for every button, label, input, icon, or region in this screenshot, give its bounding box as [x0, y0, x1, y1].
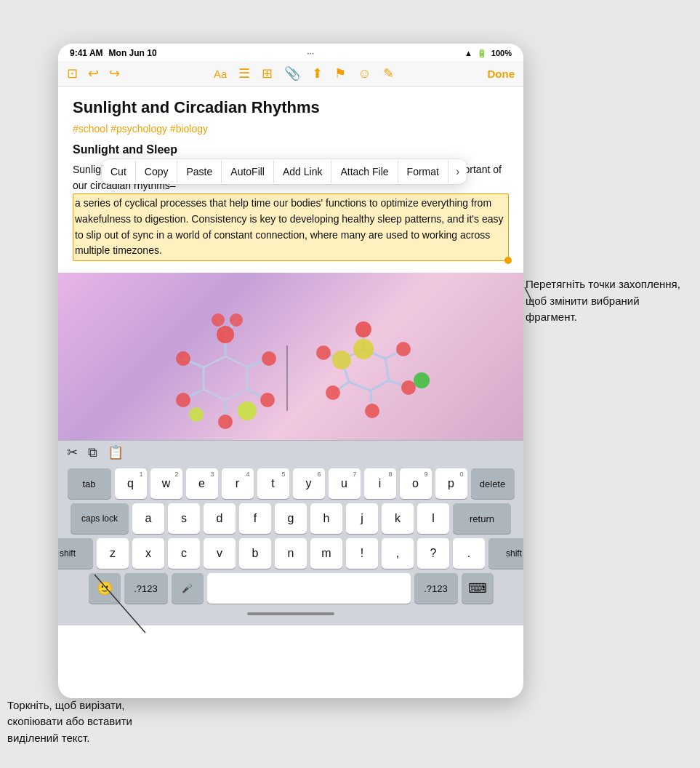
key-h[interactable]: h — [310, 503, 342, 534]
key-q[interactable]: 1q — [115, 468, 147, 499]
selected-text: a series of cyclical processes that help… — [73, 193, 509, 261]
home-indicator — [247, 612, 334, 615]
key-e[interactable]: 3e — [186, 468, 218, 499]
done-button[interactable]: Done — [488, 68, 515, 80]
return-key[interactable]: return — [453, 503, 511, 534]
emoji-key[interactable]: 🙂 — [89, 573, 121, 604]
paste-tool-icon[interactable]: 📋 — [108, 444, 124, 460]
space-key[interactable] — [207, 573, 411, 604]
toolbar: ⊡ ↩ ↪ Aa ☰ ⊞ 📎 ⬆ ⚑ ☺ ✎ Done — [58, 61, 523, 87]
checklist-icon[interactable]: ☰ — [238, 65, 250, 81]
highlight-icon[interactable]: ⚑ — [334, 65, 346, 81]
key-l[interactable]: l — [417, 503, 449, 534]
svg-point-35 — [326, 385, 340, 400]
key-g[interactable]: g — [275, 503, 307, 534]
text-format-icon[interactable]: Aa — [214, 68, 227, 80]
delete-key[interactable]: delete — [471, 468, 515, 499]
svg-point-25 — [176, 393, 190, 407]
key-exclaim[interactable]: ! — [346, 538, 378, 569]
key-o[interactable]: 9o — [400, 468, 432, 499]
more-menu-item[interactable]: › — [448, 159, 467, 184]
key-z[interactable]: z — [97, 538, 129, 569]
key-d[interactable]: d — [204, 503, 236, 534]
keyboard-dismiss-key[interactable]: ⌨ — [462, 573, 494, 604]
svg-point-38 — [353, 339, 374, 359]
svg-point-26 — [176, 351, 190, 366]
status-dots: ··· — [307, 48, 314, 58]
shift-key-left[interactable]: shift — [58, 538, 93, 569]
svg-point-39 — [332, 351, 351, 369]
svg-point-31 — [355, 321, 371, 337]
key-f[interactable]: f — [239, 503, 271, 534]
key-period[interactable]: . — [453, 538, 485, 569]
key-r[interactable]: 4r — [222, 468, 254, 499]
right-annotation-text: Перетягніть точки захоплення, щоб змінит… — [526, 276, 685, 326]
attachment-icon[interactable]: 📎 — [284, 65, 300, 81]
autofill-menu-item[interactable]: AutoFill — [222, 160, 274, 183]
num-key-right[interactable]: .?123 — [414, 573, 458, 604]
copy-tool-icon[interactable]: ⧉ — [88, 445, 97, 460]
svg-point-30 — [189, 407, 204, 422]
time: 9:41 AM — [70, 48, 103, 58]
key-u[interactable]: 7u — [329, 468, 361, 499]
format-menu-item[interactable]: Format — [398, 160, 448, 183]
undo-icon[interactable]: ↩ — [88, 65, 99, 81]
svg-marker-0 — [204, 356, 247, 400]
ipad-frame: 9:41 AM Mon Jun 10 ··· ▲ 🔋 100% ⊡ ↩ ↪ — [58, 44, 523, 698]
key-m[interactable]: m — [310, 538, 342, 569]
selection-handle-end[interactable] — [504, 257, 512, 264]
toolbar-left: ⊡ ↩ ↪ — [67, 65, 120, 81]
toolbar-center: Aa ☰ ⊞ 📎 ⬆ ⚑ ☺ ✎ — [214, 65, 394, 81]
battery-percent: 100% — [491, 49, 512, 57]
keyboard-row-4: 🙂 .?123 🎤 .?123 ⌨ — [61, 573, 520, 604]
svg-line-12 — [371, 380, 389, 391]
key-b[interactable]: b — [239, 538, 271, 569]
key-a[interactable]: a — [132, 503, 164, 534]
svg-point-36 — [316, 345, 331, 360]
status-right: ▲ 🔋 100% — [464, 49, 512, 58]
key-x[interactable]: x — [132, 538, 164, 569]
num-key-left[interactable]: .?123 — [124, 573, 168, 604]
cut-tool-icon[interactable]: ✂ — [67, 444, 78, 460]
sidebar-icon[interactable]: ⊡ — [67, 65, 78, 81]
key-s[interactable]: s — [168, 503, 200, 534]
add-link-menu-item[interactable]: Add Link — [274, 160, 331, 183]
key-t[interactable]: 5t — [257, 468, 289, 499]
svg-line-11 — [385, 359, 389, 380]
key-y[interactable]: 6y — [293, 468, 325, 499]
svg-point-23 — [260, 393, 275, 407]
svg-point-32 — [396, 342, 411, 356]
caps-lock-key[interactable]: caps lock — [71, 503, 129, 534]
note-image — [58, 273, 523, 440]
paste-menu-item[interactable]: Paste — [177, 160, 222, 183]
key-i[interactable]: 8i — [364, 468, 396, 499]
ipad-container: 9:41 AM Mon Jun 10 ··· ▲ 🔋 100% ⊡ ↩ ↪ — [58, 22, 523, 698]
redo-icon[interactable]: ↪ — [109, 65, 120, 81]
mic-key[interactable]: 🎤 — [172, 573, 204, 604]
svg-point-37 — [414, 372, 430, 388]
key-n[interactable]: n — [275, 538, 307, 569]
key-j[interactable]: j — [346, 503, 378, 534]
emoji-icon[interactable]: ☺ — [358, 66, 371, 81]
compose-icon[interactable]: ✎ — [383, 65, 394, 81]
keyboard-row-3: shift z x c v b n m ! , ? . shift — [61, 538, 520, 569]
keyboard-row-2: caps lock a s d f g h j k l return — [61, 503, 520, 534]
key-v[interactable]: v — [204, 538, 236, 569]
copy-menu-item[interactable]: Copy — [136, 160, 178, 183]
svg-point-28 — [230, 313, 243, 327]
key-k[interactable]: k — [382, 503, 414, 534]
key-question[interactable]: ? — [417, 538, 449, 569]
shift-key-right[interactable]: shift — [488, 538, 523, 569]
key-w[interactable]: 2w — [150, 468, 182, 499]
battery-icon: 🔋 — [477, 49, 487, 58]
tab-key[interactable]: tab — [68, 468, 111, 499]
cut-menu-item[interactable]: Cut — [102, 160, 136, 183]
key-p[interactable]: 0p — [435, 468, 467, 499]
keyboard-toolbar: ✂ ⧉ 📋 — [58, 440, 523, 464]
key-comma[interactable]: , — [382, 538, 414, 569]
attach-file-menu-item[interactable]: Attach File — [331, 160, 398, 183]
key-c[interactable]: c — [168, 538, 200, 569]
share-icon[interactable]: ⬆ — [312, 65, 323, 81]
note-content: Sunlight and Circadian Rhythms #school #… — [58, 87, 523, 273]
table-icon[interactable]: ⊞ — [262, 65, 273, 81]
